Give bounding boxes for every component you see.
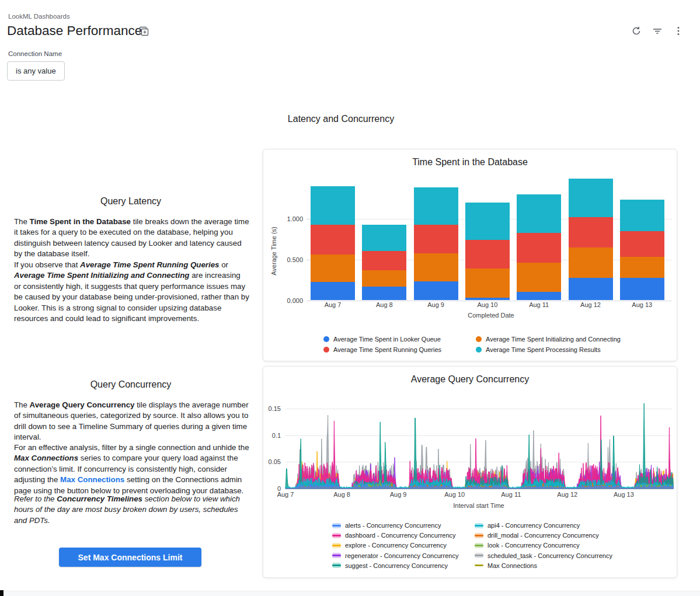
legend-item[interactable]: Average Time Spent in Looker Queue <box>323 336 441 343</box>
max-connections-link[interactable]: Max Connections <box>60 475 124 484</box>
dashboard-toolbar <box>630 25 685 37</box>
legend-line-marker <box>475 543 483 548</box>
filter-icon[interactable] <box>651 25 664 37</box>
connection-name-filter[interactable]: is any value <box>7 61 65 81</box>
query-concurrency-paragraph-3: Refer to the Concurrency Timelines secti… <box>14 494 249 526</box>
legend-label: explore - Concurrency Concurrency <box>345 542 447 549</box>
bar-segment[interactable] <box>311 255 355 281</box>
legend-label: Average Time Spent Processing Results <box>486 346 601 353</box>
legend-dot-marker <box>476 336 482 342</box>
bar-segment[interactable] <box>414 253 458 281</box>
legend-item[interactable]: regenerator - Concurrency Concurrency <box>332 552 458 559</box>
legend-item[interactable]: Average Time Spent Running Queries <box>323 346 441 353</box>
page-title: Database Performance <box>7 23 142 39</box>
legend-item[interactable]: explore - Concurrency Concurrency <box>332 542 447 549</box>
bar-segment[interactable] <box>465 203 510 240</box>
tile-average-query-concurrency: Average Query Concurrency 00.050.10.15Au… <box>263 366 677 578</box>
bar-segment[interactable] <box>362 270 406 287</box>
legend-label: regenerator - Concurrency Concurrency <box>345 552 458 559</box>
x-tick-label: Aug 10 <box>464 301 511 308</box>
x-tick-label: Aug 7 <box>309 301 356 308</box>
bar-chart-x-axis-label: Completed Date <box>310 312 672 319</box>
query-concurrency-paragraph-1: The Average Query Concurrency tile displ… <box>14 400 249 443</box>
bar-segment[interactable] <box>517 233 561 263</box>
legend-item[interactable]: Max Connections <box>475 562 537 569</box>
legend-label: drill_modal - Concurrency Concurrency <box>487 532 599 539</box>
filter-label: Connection Name <box>8 50 62 57</box>
legend-item[interactable]: scheduled_task - Concurrency Concurrency <box>475 552 612 559</box>
bar-aug-9[interactable] <box>414 149 458 300</box>
bar-segment[interactable] <box>620 231 664 257</box>
breadcrumb[interactable]: LookML Dashboards <box>8 13 70 20</box>
page-bottom-strip <box>0 591 700 596</box>
y-tick-label: 0.000 <box>280 297 303 304</box>
legend-item[interactable]: api4 - Concurrency Concurrency <box>475 522 580 529</box>
legend-item[interactable]: Average Time Spent Processing Results <box>476 346 601 353</box>
legend-label: Average Time Spent in Looker Queue <box>333 336 441 343</box>
y-tick-label: 0.500 <box>280 256 303 263</box>
bar-segment[interactable] <box>311 282 355 300</box>
legend-item[interactable]: drill_modal - Concurrency Concurrency <box>475 532 599 539</box>
legend-item[interactable]: look - Concurrency Concurrency <box>475 542 580 549</box>
refresh-icon[interactable] <box>630 25 643 37</box>
bar-segment[interactable] <box>517 263 561 292</box>
legend-label: suggest - Concurrency Concurrency <box>345 562 448 569</box>
bar-aug-13[interactable] <box>620 149 664 300</box>
dashboard-add-icon[interactable] <box>139 26 149 36</box>
bar-segment[interactable] <box>362 225 406 252</box>
query-latency-heading: Query Latency <box>14 196 248 207</box>
bar-segment[interactable] <box>465 298 510 301</box>
bar-segment[interactable] <box>311 186 355 225</box>
x-tick-label: Aug 11 <box>516 301 562 308</box>
legend-dot-marker <box>476 347 482 353</box>
query-latency-paragraph-2: If you observe that Average Time Spent R… <box>14 260 249 324</box>
bar-segment[interactable] <box>517 292 561 300</box>
dashboard-page: LookML Dashboards Database Performance <box>0 0 700 596</box>
bar-chart-y-axis-label: Average Time (s) <box>270 222 277 280</box>
legend-line-marker <box>475 563 483 568</box>
legend-line-marker <box>332 553 341 558</box>
bar-segment[interactable] <box>620 257 664 277</box>
bar-segment[interactable] <box>362 287 406 300</box>
legend-label: alerts - Concurrency Concurrency <box>345 522 441 529</box>
bar-segment[interactable] <box>620 200 664 232</box>
bar-aug-11[interactable] <box>517 149 561 300</box>
more-menu-icon[interactable] <box>672 25 685 37</box>
y-tick-mark <box>307 260 310 260</box>
bar-segment[interactable] <box>465 240 510 269</box>
legend-item[interactable]: Average Time Spent Initializing and Conn… <box>476 336 621 343</box>
bar-segment[interactable] <box>569 278 613 301</box>
bar-segment[interactable] <box>620 278 664 301</box>
screenshot-artifact <box>0 590 4 596</box>
legend-item[interactable]: alerts - Concurrency Concurrency <box>332 522 441 529</box>
legend-line-marker <box>475 533 483 538</box>
bar-segment[interactable] <box>414 281 458 300</box>
bar-segment[interactable] <box>517 194 561 232</box>
legend-line-marker <box>332 533 341 538</box>
set-max-connections-button[interactable]: Set Max Connections Limit <box>59 548 201 567</box>
x-tick-label: Aug 9 <box>413 301 459 308</box>
bar-aug-8[interactable] <box>362 149 406 300</box>
bar-aug-10[interactable] <box>465 149 510 300</box>
query-concurrency-heading: Query Concurrency <box>14 379 248 390</box>
legend-item[interactable]: dashboard - Concurrency Concurrency <box>332 532 456 539</box>
bar-aug-12[interactable] <box>569 149 613 300</box>
bar-segment[interactable] <box>569 217 613 248</box>
bar-segment[interactable] <box>311 225 355 255</box>
legend-item[interactable]: suggest - Concurrency Concurrency <box>332 562 448 569</box>
bar-segment[interactable] <box>414 225 458 253</box>
area-chart-plot[interactable] <box>263 367 678 578</box>
bar-aug-7[interactable] <box>311 149 355 300</box>
legend-line-marker <box>332 563 341 568</box>
bar-segment[interactable] <box>569 179 613 217</box>
tile-time-spent-in-database: Time Spent in the Database Average Time … <box>263 149 677 361</box>
legend-label: api4 - Concurrency Concurrency <box>487 522 580 529</box>
legend-line-marker <box>475 553 483 558</box>
bar-segment[interactable] <box>569 248 613 277</box>
bar-segment[interactable] <box>414 187 458 225</box>
x-tick-label: Aug 12 <box>567 301 614 308</box>
bar-segment[interactable] <box>465 269 510 297</box>
legend-label: Average Time Spent Running Queries <box>333 346 441 353</box>
bar-segment[interactable] <box>362 251 406 270</box>
query-latency-paragraph-1: The Time Spent in the Database tile brea… <box>14 217 249 260</box>
